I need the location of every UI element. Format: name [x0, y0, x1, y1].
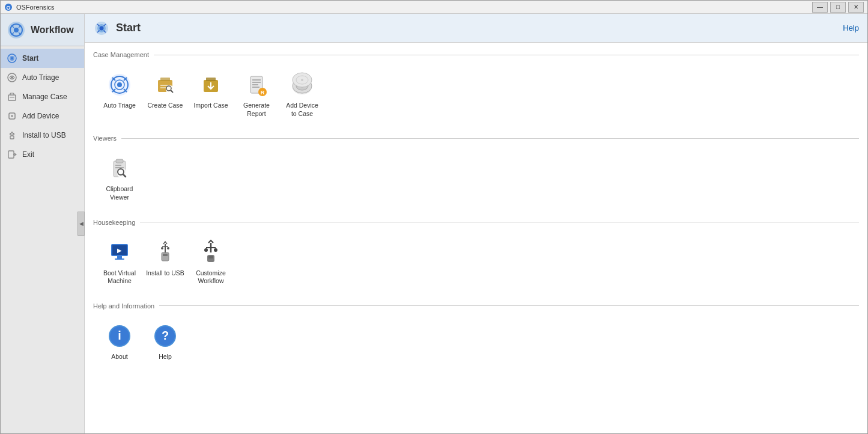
svg-text:O: O	[6, 5, 10, 11]
section-line-housekeeping	[140, 222, 859, 222]
customize-workflow-icon-item[interactable]: Customize Workflow	[189, 234, 232, 289]
install-usb-graphic	[151, 238, 180, 267]
app-title: OSForensics	[16, 4, 55, 11]
section-label-housekeeping: Housekeeping	[93, 219, 140, 226]
install-usb-nav-label: Install to USB	[22, 131, 66, 139]
main-window: O OSForensics — □ ✕	[0, 0, 868, 434]
svg-text:?: ?	[162, 329, 169, 342]
section-label-case-management: Case Management	[93, 51, 154, 58]
generate-report-graphic: R	[242, 70, 271, 99]
install-usb-nav-icon	[7, 130, 17, 141]
sidebar-item-exit[interactable]: Exit	[1, 145, 84, 164]
svg-point-84	[161, 247, 163, 249]
sidebar-item-start[interactable]: Start	[1, 49, 84, 68]
svg-point-85	[167, 247, 169, 249]
section-line-case-management	[154, 55, 859, 55]
auto-triage-graphic	[105, 70, 134, 99]
section-items-help-information: i About ?	[93, 316, 859, 367]
import-case-icon-item[interactable]: Import Case	[189, 67, 232, 121]
customize-workflow-item-label: Customize Workflow	[192, 269, 230, 286]
install-usb-item-label: Install to USB	[146, 269, 184, 278]
svg-point-15	[11, 76, 13, 79]
boot-vm-graphic: ▶	[105, 238, 134, 267]
add-device-nav-icon	[7, 111, 17, 121]
section-header-help-information: Help and Information	[93, 302, 859, 310]
maximize-button[interactable]: □	[830, 2, 846, 13]
add-device-to-case-item-label: Add Device to Case	[283, 102, 321, 118]
sidebar-nav: Start Auto Triage	[1, 46, 84, 433]
help-link[interactable]: Help	[843, 23, 859, 32]
exit-nav-icon	[7, 149, 17, 160]
svg-text:i: i	[118, 329, 121, 342]
app-body: Workflow Start	[1, 14, 867, 433]
create-case-item-label: Create Case	[148, 102, 183, 110]
help-item-label: Help	[159, 353, 172, 361]
workflow-logo-icon	[7, 20, 26, 40]
svg-rect-27	[8, 151, 14, 158]
about-item-label: About	[111, 353, 127, 361]
svg-point-88	[204, 248, 208, 252]
about-graphic: i	[105, 322, 134, 350]
generate-report-item-label: Generate Report	[237, 102, 276, 118]
import-case-graphic	[196, 70, 225, 99]
svg-line-12	[9, 55, 10, 57]
sidebar-item-auto-triage[interactable]: Auto Triage	[1, 68, 84, 87]
section-case-management: Case Management	[93, 51, 859, 124]
auto-triage-icon-item[interactable]: Auto Triage	[98, 67, 141, 121]
auto-triage-nav-icon	[7, 72, 17, 83]
sidebar-item-install-usb[interactable]: Install to USB	[1, 126, 84, 145]
svg-point-39	[117, 82, 122, 87]
create-case-icon-item[interactable]: Create Case	[144, 67, 187, 121]
start-nav-label: Start	[22, 54, 38, 63]
close-button[interactable]: ✕	[848, 2, 864, 13]
help-graphic: ?	[151, 322, 180, 350]
sidebar-collapse-button[interactable]: ◀	[77, 212, 85, 236]
import-case-item-label: Import Case	[193, 102, 228, 110]
exit-nav-label: Exit	[22, 150, 34, 159]
title-bar-left: O OSForensics	[4, 3, 55, 11]
clipboard-viewer-item-label: Clipboard Viewer	[100, 185, 139, 201]
sidebar-item-manage-case[interactable]: Manage Case	[1, 87, 84, 106]
svg-rect-21	[10, 136, 14, 139]
customize-workflow-graphic	[196, 238, 225, 267]
sidebar: Workflow Start	[1, 14, 85, 433]
svg-point-11	[11, 57, 13, 60]
main-content: Start Help Case Management	[85, 14, 867, 433]
content-header-left: Start	[93, 20, 141, 37]
help-icon-item[interactable]: ? Help	[144, 318, 187, 365]
svg-rect-78	[115, 258, 124, 260]
svg-rect-45	[160, 78, 170, 81]
section-items-viewers: Clipboard Viewer	[93, 148, 859, 207]
section-header-viewers: Viewers	[93, 135, 859, 142]
clipboard-viewer-icon-item[interactable]: Clipboard Viewer	[98, 150, 141, 205]
manage-case-nav-label: Manage Case	[22, 93, 67, 101]
svg-line-13	[14, 55, 15, 57]
svg-point-31	[100, 26, 104, 30]
boot-vm-icon-item[interactable]: ▶ Boot Virtual Machine	[98, 234, 141, 289]
add-device-to-case-icon-item[interactable]: Add Device to Case	[281, 67, 324, 121]
start-nav-icon	[7, 53, 17, 64]
sidebar-item-add-device[interactable]: Add Device	[1, 106, 84, 126]
svg-point-4	[14, 28, 19, 32]
about-icon-item[interactable]: i About	[98, 318, 141, 365]
generate-report-icon-item[interactable]: R Generate Report	[235, 67, 278, 121]
section-label-viewers: Viewers	[93, 135, 121, 142]
svg-point-67	[301, 79, 303, 81]
add-device-nav-label: Add Device	[22, 112, 59, 120]
svg-point-25	[10, 133, 11, 135]
install-usb-icon-item[interactable]: Install to USB	[144, 234, 187, 289]
page-title: Start	[116, 22, 141, 34]
manage-case-nav-icon	[7, 91, 17, 102]
svg-text:R: R	[261, 90, 265, 96]
minimize-button[interactable]: —	[812, 2, 828, 13]
section-items-housekeeping: ▶ Boot Virtual Machine	[93, 232, 859, 292]
auto-triage-nav-label: Auto Triage	[22, 73, 59, 82]
section-items-case-management: Auto Triage	[93, 64, 859, 124]
clipboard-viewer-graphic	[105, 154, 134, 183]
svg-point-26	[13, 133, 14, 135]
section-label-help-information: Help and Information	[93, 302, 159, 310]
section-housekeeping: Housekeeping	[93, 219, 859, 292]
sidebar-header: Workflow	[1, 14, 84, 46]
start-page-icon	[93, 20, 110, 37]
auto-triage-item-label: Auto Triage	[103, 102, 136, 110]
